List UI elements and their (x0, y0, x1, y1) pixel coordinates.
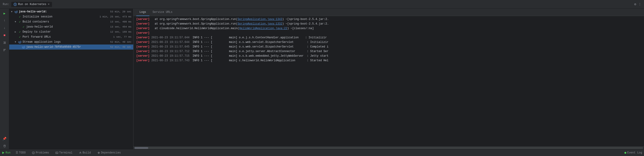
event-log-label[interactable]: Event Log (627, 151, 642, 155)
tree-item-pod[interactable]: java-hello-world-78f85d9569-4575r 52 min… (9, 45, 133, 50)
svg-rect-3 (4, 43, 6, 43)
log-line: [server] 2021-08-23 19:11:57.743 INFO 1 … (134, 58, 644, 63)
root-arrow: ▼ (11, 10, 14, 13)
run-status-button[interactable]: Run (2, 151, 10, 155)
problems-button[interactable]: Problems (30, 151, 50, 155)
log-timestamp: 2021-08-23 19:11:57.645 (152, 45, 190, 49)
tree-panel: ▼ java-hello-world: 53 min, 20 sec ✓ Ini… (9, 9, 134, 149)
log-text: INFO 1 --- [ main] o.s.web.servlet.Dispa… (191, 40, 328, 44)
log-tabs: Logs Service URLs (134, 9, 644, 16)
svg-point-21 (33, 153, 34, 154)
build-arrow: ▼ (15, 21, 18, 23)
log-timestamp: 2021-08-23 19:11:57.715 (152, 54, 190, 58)
scrollbar-thumb[interactable] (134, 147, 148, 149)
log-prefix: [server] (136, 22, 150, 26)
init-check-icon: ✓ (18, 15, 22, 19)
todo-icon: ☰ (16, 151, 18, 155)
svg-rect-2 (4, 42, 6, 42)
pin-button[interactable]: 📌 (2, 135, 8, 142)
todo-button[interactable]: ☰ TODO (14, 151, 27, 155)
port-time: 1 sec, 77 ms (113, 36, 132, 38)
log-line: [server] 2021-08-23 19:11:57.644 INFO 1 … (134, 40, 644, 45)
log-horizontal-scrollbar[interactable] (134, 146, 644, 149)
tree-item-init[interactable]: ✓ Initialize session 1 min, 25 sec, 473 … (9, 14, 133, 19)
log-link[interactable]: SpringApplication.java:1343 (238, 18, 282, 21)
tree-item-build-child[interactable]: ✓ java-hello-world 13 sec, 454 ms (9, 24, 133, 29)
tree-item-deploy[interactable]: ▶ ✓ Deploy to cluster 12 sec, 169 ms (9, 29, 133, 34)
svg-rect-5 (4, 49, 6, 50)
svg-rect-8 (4, 145, 5, 147)
tab-close-button[interactable]: × (48, 3, 50, 6)
scrollbar-track[interactable] (134, 147, 643, 149)
svg-rect-6 (4, 50, 5, 51)
log-prefix: [server] (136, 31, 150, 35)
kubernetes-icon (14, 3, 17, 6)
delete-button[interactable] (2, 143, 8, 149)
log-prefix: [server] (136, 26, 150, 30)
run-tab[interactable]: Run on Kubernetes × (11, 2, 52, 7)
log-line: [server] at org.springframework.boot.Spr… (134, 22, 644, 26)
run-status-icon (2, 152, 4, 154)
more-icon[interactable]: ⋮ (638, 2, 641, 6)
status-left: Run ☰ TODO Problems Terminal (2, 151, 122, 155)
log-prefix: [server] (136, 59, 150, 63)
tree-item-stream[interactable]: ▼ Stream application logs 52 min, 49 sec (9, 39, 133, 45)
build-child-label: java-hello-world (26, 25, 108, 28)
log-content[interactable]: [server] at org.springframework.boot.Spr… (134, 16, 644, 146)
scroll-up-button[interactable]: ↑ (2, 17, 8, 24)
init-label: Initialize session (22, 15, 98, 18)
sort-button[interactable] (2, 47, 8, 53)
log-line: [server] at org.springframework.boot.Spr… (134, 17, 644, 22)
svg-rect-4 (4, 43, 6, 44)
top-bar-right: ⚙ ⋮ (634, 2, 641, 6)
scroll-down-button[interactable]: ↓ (2, 25, 8, 31)
log-text: INFO 1 --- [ main] o.e.j.s.h.ContextHand… (191, 36, 327, 40)
build-check-icon: ✓ (18, 20, 22, 24)
settings-icon[interactable]: ⚙ (634, 2, 636, 6)
log-link[interactable]: SpringApplication.java:1332 (238, 22, 282, 25)
pod-loading-icon (22, 45, 25, 49)
log-text: at cloudcode.helloworld.HelloWorldApplic… (152, 26, 314, 30)
log-text: INFO 1 --- [ main] c.helloworld.HelloWor… (191, 59, 328, 63)
svg-point-1 (15, 5, 16, 5)
top-bar-left: Run: Run on Kubernetes × (3, 2, 52, 7)
build-button[interactable]: Build (78, 151, 92, 155)
stream-label: Stream application logs (22, 40, 108, 44)
main-content: ▶ ↑ ↓ ■ 📌 (0, 9, 644, 149)
port-check-icon: ✓ (18, 35, 22, 39)
stop-button[interactable]: ■ (2, 32, 8, 39)
log-text: INFO 1 --- [ main] o.e.jetty.server.Abst… (191, 49, 328, 53)
root-spin-icon (14, 10, 18, 13)
deploy-time: 12 sec, 169 ms (110, 30, 132, 33)
log-text: at org.springframework.boot.SpringApplic… (152, 17, 329, 21)
svg-rect-7 (4, 51, 4, 51)
tree-root[interactable]: ▼ java-hello-world: 53 min, 20 sec (9, 9, 133, 14)
pod-time: 52 min, 49 sec (110, 46, 132, 48)
build-child-time: 13 sec, 454 ms (110, 25, 132, 28)
stream-spin-icon (18, 40, 22, 44)
log-prefix: [server] (136, 49, 150, 53)
dependencies-icon (97, 152, 100, 154)
sort-icon (3, 48, 6, 52)
svg-point-26 (98, 152, 99, 153)
tab-service-urls[interactable]: Service URLs (150, 9, 176, 16)
dependencies-button[interactable]: Dependencies (96, 151, 122, 155)
format-button[interactable] (2, 39, 8, 46)
log-link[interactable]: HelloWorldApplication.java:22 (239, 27, 287, 30)
log-timestamp: 2021-08-23 19:11:57.743 (152, 59, 190, 63)
tree-item-port[interactable]: ✓ Port forward URLs 1 sec, 77 ms (9, 34, 133, 39)
problems-icon (32, 152, 35, 154)
build-label: Build (83, 151, 91, 155)
deploy-check-icon: ✓ (18, 30, 22, 34)
rerun-button[interactable]: ▶ (2, 10, 8, 16)
log-line: [server] 2021-08-23 19:11:57.644 INFO 1 … (134, 35, 644, 40)
terminal-button[interactable]: Terminal (54, 151, 74, 155)
log-timestamp: 2021-08-23 19:11:57.644 (152, 36, 190, 40)
tab-logs[interactable]: Logs (136, 9, 150, 16)
tree-item-build[interactable]: ▼ ✓ Build containers 13 sec, 499 ms (9, 19, 133, 24)
log-panel: Logs Service URLs [server] at org.spring… (134, 9, 644, 149)
log-text: INFO 1 --- [ main] o.s.web.servlet.Dispa… (191, 45, 328, 49)
build-icon (79, 152, 82, 154)
log-text: at org.springframework.boot.SpringApplic… (152, 22, 329, 26)
pod-label: java-hello-world-78f85d9569-4575r (26, 45, 108, 49)
